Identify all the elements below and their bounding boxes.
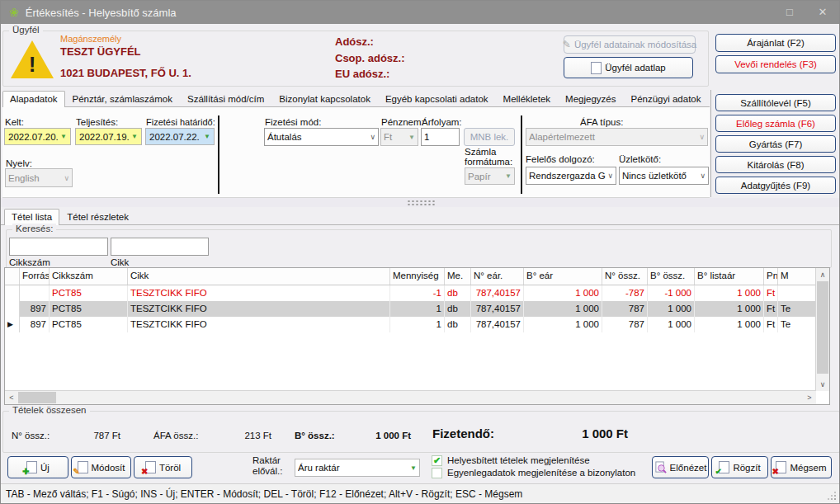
horizontal-scrollbar[interactable]: < > (5, 390, 816, 404)
cell-netto-egysegar: 787,40157 (471, 317, 524, 332)
felelos-dolgozo-combo[interactable]: Rendszergazda Gé ∨ (526, 167, 616, 185)
cell-brutto-egysegar: 1 000 (524, 301, 602, 317)
cell-forras: 897 (20, 301, 50, 317)
cikk-search-input[interactable] (111, 238, 209, 256)
fizetesi-mod-combo[interactable]: Átutalás ∨ (264, 128, 379, 146)
totals-groupbox: Tételek összesen (2, 411, 840, 453)
arajanlat-button[interactable]: Árajánlat (F2) (715, 34, 836, 52)
splitter-grip[interactable] (407, 200, 435, 206)
dropdown-icon: ▼ (505, 172, 512, 180)
helyesbitett-checkbox-label[interactable]: Helyesbített tételek megjelenítése (447, 455, 590, 465)
gyartas-button[interactable]: Gyártás (F7) (715, 135, 836, 153)
scroll-left-icon[interactable]: < (5, 391, 18, 404)
tab-megjegyzes[interactable]: Megjegyzés (558, 91, 623, 106)
col-penznem[interactable]: Pn. (764, 268, 778, 285)
scroll-down-icon[interactable]: ∨ (816, 378, 829, 391)
arfolyam-label: Árfolyam: (422, 117, 462, 127)
uzletkoto-combo[interactable]: Nincs üzletkötő ∨ (619, 167, 709, 185)
chevron-down-icon[interactable]: ∨ (700, 172, 706, 180)
egyenlegadatok-checkbox[interactable] (432, 468, 442, 478)
col-netto-egysegar[interactable]: N° eár. (471, 268, 524, 285)
cell-mennyiseg: 1 (390, 317, 445, 332)
cell-brutto-egysegar: 1 000 (524, 285, 602, 301)
uzletkoto-label: Üzletkötő: (619, 154, 661, 164)
tab-egyeb-kapcsolati-adatok[interactable]: Egyéb kapcsolati adatok (378, 91, 496, 106)
dropdown-icon[interactable]: ▼ (131, 133, 138, 140)
resize-grip[interactable] (834, 498, 836, 500)
preview-icon (654, 461, 667, 473)
fizetesi-hatarido-label: Fizetési határidő: (146, 117, 215, 127)
modosit-button[interactable]: ✎ Módosít (71, 456, 131, 478)
cikkszam-search-input[interactable] (9, 238, 108, 256)
cell-penznem: Ft (764, 301, 778, 317)
tab-szallitasi-mod[interactable]: Szállítási mód/cím (180, 91, 271, 106)
vevoi-rendeles-button[interactable]: Vevői rendelés (F3) (715, 55, 836, 73)
netto-osszesen-value: 787 Ft (75, 431, 120, 440)
scroll-up-icon[interactable]: ∧ (816, 268, 829, 281)
cell-brutto-listaar: 1 000 (695, 285, 764, 301)
arfolyam-input[interactable] (421, 128, 460, 146)
splitter[interactable] (1, 198, 840, 207)
grid-row[interactable]: ▶ 897 PCT85 TESZTCIKK FIFO 1 db 787,4015… (5, 317, 816, 332)
search-group-label: Keresés: (12, 224, 56, 233)
vertical-scroll-thumb[interactable] (817, 281, 828, 374)
col-netto-osszesen[interactable]: N° össz. (602, 268, 648, 285)
tab-mellekletek[interactable]: Mellékletek (496, 91, 559, 106)
teljesites-datefield[interactable]: 2022.07.19. ▼ (75, 128, 142, 145)
divider (521, 115, 522, 194)
chevron-down-icon[interactable]: ∨ (370, 133, 375, 141)
customer-datasheet-button[interactable]: Ügyfél adatlap (564, 57, 693, 78)
tab-alapadatok[interactable]: Alapadatok (2, 91, 65, 107)
eloleg-szamla-button[interactable]: Előleg számla (F6) (715, 115, 836, 132)
col-brutto-egysegar[interactable]: B° eár (524, 268, 602, 285)
vertical-scrollbar[interactable]: ∧ ∨ (815, 268, 829, 391)
col-me[interactable]: Me. (445, 268, 471, 285)
kelt-datefield[interactable]: 2022.07.20. ▼ (4, 128, 71, 145)
egyenlegadatok-checkbox-label[interactable]: Egyenlegadatok megjelenítése a bizonylat… (447, 468, 635, 478)
torol-button[interactable]: ✖ Töröl (134, 456, 192, 478)
titlebar: ❀ Értékesítés - Helyesbítő számla □ ✕ (1, 1, 839, 24)
maximize-icon[interactable]: □ (773, 1, 806, 24)
tab-penztar-szamlaszamok[interactable]: Pénztár, számlaszámok (65, 91, 180, 106)
col-cikk[interactable]: Cikk (128, 268, 390, 285)
adatgyujtes-button[interactable]: Adatgyűjtés (F9) (715, 177, 836, 194)
tab-tetel-reszletek[interactable]: Tétel részletek (59, 209, 136, 224)
afa-osszesen-value: 213 Ft (224, 431, 271, 440)
horizontal-scroll-thumb[interactable] (18, 392, 56, 403)
tab-penzugyi-adatok[interactable]: Pénzügyi adatok (623, 91, 708, 106)
scroll-right-icon[interactable]: > (803, 391, 816, 404)
col-mennyiseg[interactable]: Mennyiség (390, 268, 445, 285)
cell-forras (20, 285, 50, 301)
col-m[interactable]: M (778, 268, 816, 285)
chevron-down-icon[interactable]: ∨ (607, 172, 613, 180)
cell-brutto-listaar: 1 000 (695, 301, 764, 317)
raktar-combo[interactable]: Áru raktár ▼ (295, 459, 420, 477)
tab-tetel-lista[interactable]: Tétel lista (4, 209, 59, 225)
cell-brutto-osszesen: 1 000 (648, 301, 695, 317)
chevron-down-icon: ∨ (699, 133, 705, 141)
dropdown-icon[interactable]: ▼ (60, 133, 67, 140)
col-cikkszam[interactable]: Cikkszám (50, 268, 128, 285)
tab-bizonylat-kapcsolatok[interactable]: Bizonylat kapcsolatok (271, 91, 378, 106)
col-brutto-listaar[interactable]: B° listaár (695, 268, 764, 285)
col-forras[interactable]: Forrás (20, 268, 50, 285)
fizetesi-hatarido-datefield[interactable]: 2022.07.22. ▼ (145, 128, 215, 145)
szallitolevel-button[interactable]: Szállítólevél (F5) (715, 94, 836, 111)
kitarolas-button[interactable]: Kitárolás (F8) (715, 156, 836, 173)
nyelv-label: Nyelv: (6, 158, 32, 168)
uj-button[interactable]: ✚ Új (7, 456, 68, 478)
helyesbitett-checkbox[interactable]: ✔ (432, 455, 442, 466)
dropdown-icon[interactable]: ▼ (204, 133, 210, 140)
szamla-formatuma-combo: Papír ▼ (465, 167, 515, 185)
megsem-button[interactable]: ✖ Mégsem (771, 456, 832, 478)
elonezet-button[interactable]: Előnézet (652, 456, 709, 478)
cell-brutto-osszesen: -1 000 (648, 285, 695, 301)
close-icon[interactable]: ✕ (806, 1, 839, 24)
grid-row[interactable]: PCT85 TESZTCIKK FIFO -1 db 787,40157 1 0… (5, 285, 816, 301)
mnb-lekeres-button: MNB lek. (464, 128, 515, 146)
grid-row[interactable]: 897 PCT85 TESZTCIKK FIFO 1 db 787,40157 … (5, 301, 816, 317)
col-brutto-osszesen[interactable]: B° össz. (648, 268, 695, 285)
cell-penznem: Ft (764, 317, 778, 332)
dropdown-icon[interactable]: ▼ (410, 464, 417, 472)
rogzit-button[interactable]: ✔ Rögzít (711, 456, 768, 478)
